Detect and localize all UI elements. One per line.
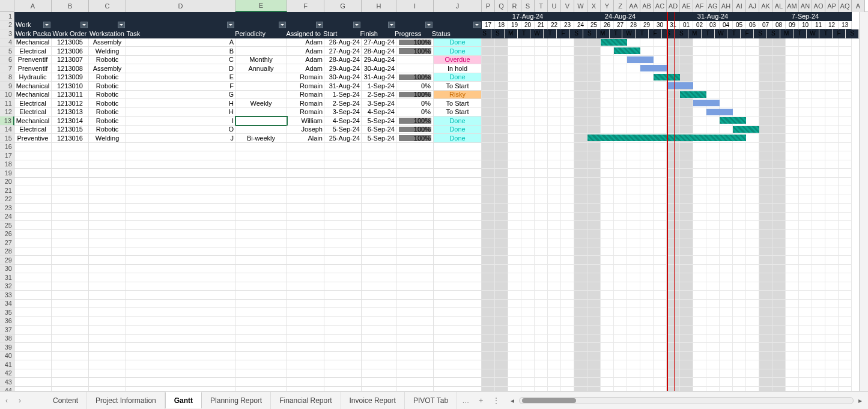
tl-cell[interactable] bbox=[839, 47, 852, 56]
cell-A-8[interactable]: Hydraulic bbox=[14, 73, 52, 82]
cell-empty[interactable] bbox=[52, 230, 89, 239]
cell-F-8[interactable]: Romain bbox=[287, 73, 324, 82]
cell-I-10[interactable]: 100% bbox=[396, 91, 434, 100]
tl-cell[interactable] bbox=[746, 82, 759, 91]
cell-empty[interactable] bbox=[324, 213, 362, 222]
cell-H-13[interactable]: 5-Sep-24 bbox=[362, 117, 396, 126]
tl-cell[interactable] bbox=[839, 91, 852, 100]
cell-A-12[interactable]: Electrical bbox=[14, 108, 52, 117]
tl-cell[interactable] bbox=[799, 38, 812, 47]
header-blank-I[interactable] bbox=[396, 12, 434, 21]
col-header-C[interactable]: C bbox=[89, 0, 126, 12]
cell-J-11[interactable]: To Start bbox=[434, 99, 482, 108]
row-header-32[interactable]: 32 bbox=[0, 282, 14, 291]
tl-cell[interactable] bbox=[693, 126, 706, 135]
cell-empty[interactable] bbox=[14, 256, 52, 265]
cell-empty[interactable] bbox=[287, 282, 324, 291]
cell-empty[interactable] bbox=[126, 387, 235, 392]
filter-dropdown-I[interactable] bbox=[425, 22, 432, 28]
sheet-tab-financial-report[interactable]: Financial Report bbox=[271, 392, 341, 409]
tl-cell[interactable] bbox=[627, 108, 640, 117]
cell-empty[interactable] bbox=[126, 343, 235, 352]
cell-empty[interactable] bbox=[126, 378, 235, 387]
col-header-A[interactable]: A bbox=[852, 0, 865, 12]
cell-J-6[interactable]: Overdue bbox=[434, 56, 482, 65]
cell-F-6[interactable]: Adam bbox=[287, 56, 324, 65]
cell-D-15[interactable]: J bbox=[126, 134, 235, 143]
tl-cell[interactable] bbox=[601, 91, 614, 100]
cell-B-7[interactable]: 1213008 bbox=[52, 64, 89, 73]
gantt-bar[interactable] bbox=[627, 56, 654, 63]
tl-cell[interactable] bbox=[839, 126, 852, 135]
cell-A-6[interactable]: Prenventif bbox=[14, 56, 52, 65]
tl-cell[interactable] bbox=[825, 134, 839, 143]
cell-empty[interactable] bbox=[89, 247, 126, 256]
cell-empty[interactable] bbox=[362, 247, 396, 256]
row-header-31[interactable]: 31 bbox=[0, 273, 14, 282]
tl-cell[interactable] bbox=[812, 91, 825, 100]
header-blank-F[interactable] bbox=[287, 12, 324, 21]
cell-I-14[interactable]: 100% bbox=[396, 126, 434, 135]
row-header-17[interactable]: 17 bbox=[0, 151, 14, 160]
cell-empty[interactable] bbox=[52, 160, 89, 169]
cell-empty[interactable] bbox=[235, 195, 287, 204]
header-blank-A[interactable] bbox=[14, 12, 52, 21]
tl-cell[interactable] bbox=[812, 56, 825, 65]
timeline-daynum-19[interactable]: 19 bbox=[508, 21, 521, 30]
cell-empty[interactable] bbox=[287, 360, 324, 369]
cell-empty[interactable] bbox=[396, 335, 434, 344]
timeline-daynum-22[interactable]: 22 bbox=[548, 21, 561, 30]
tl-cell[interactable] bbox=[495, 38, 508, 47]
cell-empty[interactable] bbox=[362, 360, 396, 369]
timeline-daynum-18[interactable]: 18 bbox=[495, 21, 508, 30]
tl-cell[interactable] bbox=[733, 38, 746, 47]
col-header-S[interactable]: S bbox=[521, 0, 535, 12]
tl-cell[interactable] bbox=[535, 126, 548, 135]
tl-cell[interactable] bbox=[759, 38, 772, 47]
cell-empty[interactable] bbox=[434, 160, 482, 169]
sheet-tab-pivot-tab[interactable]: PIVOT Tab bbox=[405, 392, 457, 409]
tl-cell[interactable] bbox=[680, 126, 693, 135]
timeline-daynum-25[interactable]: 25 bbox=[587, 21, 601, 30]
cell-empty[interactable] bbox=[89, 151, 126, 160]
tl-cell[interactable] bbox=[772, 108, 786, 117]
cell-I-15[interactable]: 100% bbox=[396, 134, 434, 143]
cell-empty[interactable] bbox=[434, 143, 482, 152]
tl-cell[interactable] bbox=[839, 117, 852, 126]
tl-cell[interactable] bbox=[746, 117, 759, 126]
tl-cell[interactable] bbox=[521, 91, 535, 100]
cell-F-15[interactable]: Alain bbox=[287, 134, 324, 143]
row-header-43[interactable]: 43 bbox=[0, 378, 14, 387]
col-header-W[interactable]: W bbox=[574, 0, 587, 12]
tl-cell[interactable] bbox=[667, 91, 680, 100]
cell-A-11[interactable]: Electrical bbox=[14, 99, 52, 108]
cell-C-5[interactable]: Welding bbox=[89, 47, 126, 56]
tl-cell[interactable] bbox=[746, 73, 759, 82]
col-header-Z[interactable]: Z bbox=[614, 0, 627, 12]
tl-cell[interactable] bbox=[667, 56, 680, 65]
timeline-daynum-23[interactable]: 23 bbox=[561, 21, 574, 30]
cell-empty[interactable] bbox=[362, 326, 396, 335]
cell-empty[interactable] bbox=[89, 169, 126, 178]
cell-G-9[interactable]: 31-Aug-24 bbox=[324, 82, 362, 91]
cell-empty[interactable] bbox=[396, 195, 434, 204]
row-headers[interactable]: 1234567891011121314151617181920212223242… bbox=[0, 12, 14, 391]
cell-empty[interactable] bbox=[126, 300, 235, 309]
scroll-left-button[interactable]: ◂ bbox=[508, 396, 517, 405]
cell-empty[interactable] bbox=[287, 291, 324, 300]
cell-empty[interactable] bbox=[362, 352, 396, 361]
filter-dropdown-G[interactable] bbox=[353, 22, 360, 28]
cell-empty[interactable] bbox=[434, 387, 482, 392]
gantt-bar[interactable] bbox=[733, 126, 759, 133]
cell-empty[interactable] bbox=[52, 273, 89, 282]
cell-H-7[interactable]: 30-Aug-24 bbox=[362, 64, 396, 73]
cell-empty[interactable] bbox=[434, 169, 482, 178]
timeline-daylet-14[interactable]: S bbox=[662, 29, 675, 38]
tl-cell[interactable] bbox=[627, 91, 640, 100]
cell-empty[interactable] bbox=[362, 343, 396, 352]
cell-empty[interactable] bbox=[287, 369, 324, 378]
cell-empty[interactable] bbox=[89, 213, 126, 222]
cell-empty[interactable] bbox=[434, 265, 482, 274]
tl-cell[interactable] bbox=[535, 73, 548, 82]
cell-J-8[interactable]: Done bbox=[434, 73, 482, 82]
